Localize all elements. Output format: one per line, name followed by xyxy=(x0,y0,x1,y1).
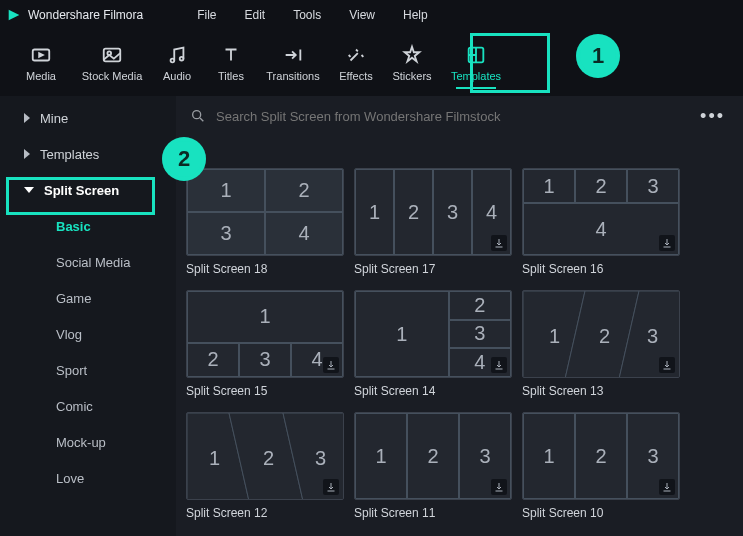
main-panel: ••• C 1 2 3 4 1 2 3 4 1 2 3 4 xyxy=(176,96,743,536)
tool-transitions[interactable]: Transitions xyxy=(258,33,328,93)
app-logo-icon xyxy=(6,7,22,23)
download-icon[interactable] xyxy=(659,357,675,373)
sidebar-sub-sport[interactable]: Sport xyxy=(0,352,176,388)
template-label: Split Screen 10 xyxy=(522,506,680,520)
template-thumb-15[interactable]: 1 2 3 4 xyxy=(186,290,344,378)
template-label: Split Screen 18 xyxy=(186,262,344,276)
template-label: Split Screen 11 xyxy=(354,506,512,520)
tool-stickers[interactable]: Stickers xyxy=(384,33,440,93)
svg-marker-6 xyxy=(405,47,420,62)
template-thumb-14[interactable]: 1 2 3 4 xyxy=(354,290,512,378)
menu-view[interactable]: View xyxy=(335,8,389,22)
svg-point-4 xyxy=(171,59,175,63)
template-thumb-10[interactable]: 1 2 3 xyxy=(522,412,680,500)
template-grid: 1 2 3 4 1 2 3 4 1 2 3 4 Split Screen 18 … xyxy=(176,168,743,536)
template-thumb-16[interactable]: 1 2 3 4 xyxy=(522,168,680,256)
svg-text:3: 3 xyxy=(647,325,658,347)
download-icon[interactable] xyxy=(491,357,507,373)
template-label: Split Screen 16 xyxy=(522,262,680,276)
search-icon xyxy=(190,108,206,124)
media-icon xyxy=(30,44,52,66)
svg-point-8 xyxy=(193,111,201,119)
tool-templates[interactable]: Templates xyxy=(440,33,512,93)
template-thumb-13[interactable]: 1 2 3 xyxy=(522,290,680,378)
titles-icon xyxy=(220,44,242,66)
template-label: Split Screen 13 xyxy=(522,384,680,398)
svg-point-5 xyxy=(180,57,184,61)
search-input[interactable] xyxy=(216,109,696,124)
search-row: ••• xyxy=(176,96,743,136)
menu-file[interactable]: File xyxy=(183,8,230,22)
sidebar-sub-social-media[interactable]: Social Media xyxy=(0,244,176,280)
sidebar: Mine Templates Split Screen Basic Social… xyxy=(0,96,176,536)
download-icon[interactable] xyxy=(659,479,675,495)
sidebar-item-templates[interactable]: Templates xyxy=(0,136,176,172)
tool-effects[interactable]: Effects xyxy=(328,33,384,93)
svg-text:3: 3 xyxy=(315,447,326,469)
download-icon[interactable] xyxy=(323,479,339,495)
svg-text:1: 1 xyxy=(209,447,220,469)
template-thumb-18[interactable]: 1 2 3 4 xyxy=(186,168,344,256)
download-icon[interactable] xyxy=(323,357,339,373)
sidebar-sub-basic[interactable]: Basic xyxy=(0,208,176,244)
tool-media[interactable]: Media xyxy=(8,33,74,93)
sidebar-sub-game[interactable]: Game xyxy=(0,280,176,316)
tool-stock-media[interactable]: Stock Media xyxy=(74,33,150,93)
breadcrumb: C xyxy=(176,136,743,168)
template-thumb-11[interactable]: 1 2 3 xyxy=(354,412,512,500)
menu-help[interactable]: Help xyxy=(389,8,442,22)
stickers-icon xyxy=(401,44,423,66)
sidebar-sub-vlog[interactable]: Vlog xyxy=(0,316,176,352)
svg-text:2: 2 xyxy=(263,447,274,469)
template-label: Split Screen 17 xyxy=(354,262,512,276)
svg-text:2: 2 xyxy=(599,325,610,347)
template-label: Split Screen 14 xyxy=(354,384,512,398)
template-label: Split Screen 15 xyxy=(186,384,344,398)
svg-text:1: 1 xyxy=(549,325,560,347)
templates-icon xyxy=(465,44,487,66)
template-label: Split Screen 12 xyxy=(186,506,344,520)
tool-titles[interactable]: Titles xyxy=(204,33,258,93)
transitions-icon xyxy=(282,44,304,66)
chevron-down-icon xyxy=(24,187,34,193)
more-button[interactable]: ••• xyxy=(696,106,729,127)
sidebar-item-split-screen[interactable]: Split Screen xyxy=(0,172,176,208)
tool-audio[interactable]: Audio xyxy=(150,33,204,93)
menubar: Wondershare Filmora File Edit Tools View… xyxy=(0,0,743,30)
toolbar: Media Stock Media Audio Titles Transitio… xyxy=(0,30,743,96)
chevron-right-icon xyxy=(24,149,30,159)
sidebar-item-mine[interactable]: Mine xyxy=(0,100,176,136)
template-thumb-17[interactable]: 1 2 3 4 xyxy=(354,168,512,256)
download-icon[interactable] xyxy=(659,235,675,251)
app-title: Wondershare Filmora xyxy=(28,8,143,22)
svg-marker-1 xyxy=(39,53,43,57)
menu-edit[interactable]: Edit xyxy=(231,8,280,22)
annotation-badge-1: 1 xyxy=(576,34,620,78)
stock-media-icon xyxy=(101,44,123,66)
chevron-right-icon xyxy=(24,113,30,123)
menu-tools[interactable]: Tools xyxy=(279,8,335,22)
download-icon[interactable] xyxy=(491,479,507,495)
sidebar-sub-love[interactable]: Love xyxy=(0,460,176,496)
effects-icon xyxy=(345,44,367,66)
audio-icon xyxy=(166,44,188,66)
sidebar-sub-mock-up[interactable]: Mock-up xyxy=(0,424,176,460)
template-thumb-12[interactable]: 1 2 3 xyxy=(186,412,344,500)
annotation-badge-2: 2 xyxy=(162,137,206,181)
download-icon[interactable] xyxy=(491,235,507,251)
sidebar-sub-comic[interactable]: Comic xyxy=(0,388,176,424)
